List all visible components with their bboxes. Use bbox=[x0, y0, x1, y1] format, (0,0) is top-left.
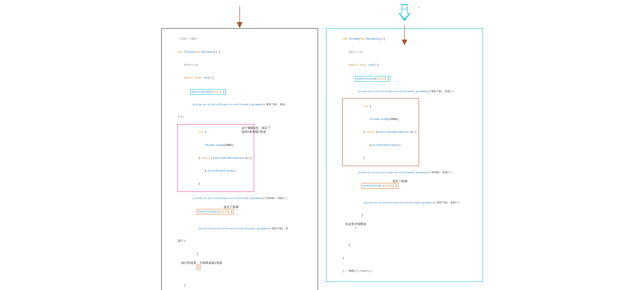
synchronized2-line: synchronized (lock2) { 发生了阻塞 bbox=[165, 204, 314, 223]
new-thread-line: new Thread(new Runnable() { bbox=[165, 46, 314, 58]
cpu-arrow-area: CPU bbox=[398, 4, 412, 22]
r-close-thread-line: } bbox=[330, 252, 479, 265]
cpu-label: CPU bbox=[402, 8, 407, 11]
r-run-line: public void run() { bbox=[330, 58, 479, 72]
right-brown-arrow bbox=[400, 25, 410, 46]
r-try-line: try { bbox=[344, 100, 417, 112]
r-try-catch-block: try { Thread.sleep(1000); } catch (Inter… bbox=[342, 98, 419, 166]
try-line: try { bbox=[180, 126, 252, 138]
try-catch-block: try { Thread.sleep(1000); } catch (Inter… bbox=[177, 124, 254, 192]
r-catch-line: } catch (InterruptedException e) { bbox=[344, 126, 417, 138]
r-sleep-line: Thread.sleep(1000); bbox=[344, 112, 417, 126]
stack-trace-line: e.printStackTrace(); bbox=[180, 164, 252, 178]
r-synchronized2-line: synchronized (lock1) { 发生了阻塞 bbox=[330, 179, 479, 197]
r-close-inner-line: } bbox=[330, 208, 479, 222]
r-synchronized1-line: synchronized(lock2) { bbox=[330, 72, 479, 86]
minus-sign: - bbox=[418, 5, 420, 10]
close-try-line: } bbox=[180, 178, 252, 190]
left-panel: //启动一个线程 new Thread(new Runnable() { @Ov… bbox=[161, 4, 318, 290]
left-code-box: //启动一个线程 new Thread(new Runnable() { @Ov… bbox=[161, 28, 318, 290]
r-println1-line: System.out.println(Thread.currentThread(… bbox=[330, 86, 479, 97]
svg-marker-5 bbox=[402, 40, 407, 45]
r-println3-line: System.out.println(Thread.currentThread(… bbox=[330, 197, 479, 208]
r-println2-line: System.out.println(Thread.currentThread(… bbox=[330, 167, 479, 178]
left-brown-arrow bbox=[234, 6, 246, 28]
main-container: //启动一个线程 new Thread(new Runnable() { @Ov… bbox=[161, 4, 483, 290]
comment-line: //启动一个线程 bbox=[165, 32, 314, 46]
println3-line: System.out.println(Thread.currentThread(… bbox=[165, 223, 314, 234]
close-outer-sync-line: } 执行到这里，才能释放锁1资源 bbox=[165, 260, 314, 279]
cpu-down-arrow bbox=[398, 4, 412, 22]
catch-line: } catch (InterruptedException e) { bbox=[180, 152, 252, 164]
r-stack-line: e.printStackTrace(); bbox=[344, 138, 417, 152]
sleep-annotation: 这个睡眠1秒，保证了 线程2拿到锁2资源 bbox=[242, 126, 270, 134]
r-close-run-line: } bbox=[330, 239, 479, 252]
println1-line: System.out.println(Thread.currentThread(… bbox=[165, 99, 314, 110]
sleep-line: Thread.sleep(1000); bbox=[180, 138, 252, 152]
close-run-line: } bbox=[165, 279, 314, 290]
println2-line: System.out.println(Thread.currentThread(… bbox=[165, 193, 314, 204]
run-method-line: public void run() { bbox=[165, 72, 314, 84]
close-inner-line: } bbox=[165, 247, 314, 260]
println3b-line: 源2"); bbox=[165, 234, 314, 247]
override-line: @Override bbox=[165, 58, 314, 72]
r-close-try-line: } bbox=[344, 152, 417, 164]
synchronized1-line: synchronized(lock1) { bbox=[165, 85, 314, 99]
r-start-line: }, "线程2").start(); bbox=[330, 265, 479, 278]
r-override-line: @Override bbox=[330, 46, 479, 58]
right-code-box: new Thread(new Runnable() { @Override pu… bbox=[326, 28, 483, 282]
r-close-outer-line: } 在这里才能释放 bbox=[330, 222, 479, 239]
svg-marker-1 bbox=[237, 22, 242, 28]
println1b-line: 1"); bbox=[165, 110, 314, 123]
right-panel: CPU - new Thread(new Runnable() { @Overr… bbox=[326, 4, 483, 282]
